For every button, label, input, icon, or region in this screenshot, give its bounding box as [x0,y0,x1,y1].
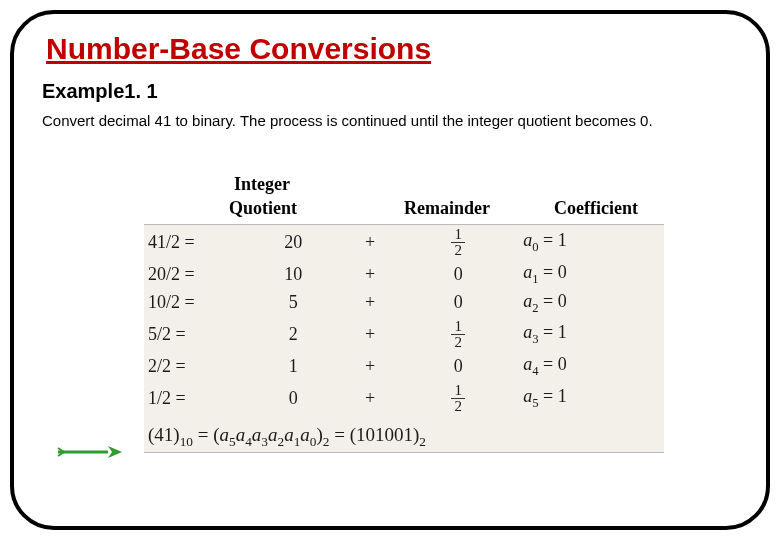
conversion-table: 41/2 =20+12a0 = 120/2 =10+0a1 = 010/2 =5… [144,224,664,453]
remainder-value: 0 [397,352,519,381]
quotient-value: 20 [243,225,342,260]
coefficient-value: a5 = 1 [519,381,664,416]
remainder-value: 12 [397,381,519,416]
header-integer: Integer [234,174,290,195]
header-remainder: Remainder [404,198,490,219]
coefficient-value: a2 = 0 [519,289,664,318]
plus-sign: + [343,317,397,352]
result-row: (41)10 = (a5a4a3a2a1a0)2 = (101001)2 [144,416,664,452]
table-row: 10/2 =5+0a2 = 0 [144,289,664,318]
remainder-value: 0 [397,289,519,318]
division-expression: 2/2 = [144,352,243,381]
plus-sign: + [343,352,397,381]
coefficient-value: a1 = 0 [519,260,664,289]
division-expression: 41/2 = [144,225,243,260]
result-equation: (41)10 = (a5a4a3a2a1a0)2 = (101001)2 [144,416,664,452]
division-expression: 10/2 = [144,289,243,318]
quotient-value: 10 [243,260,342,289]
division-expression: 5/2 = [144,317,243,352]
quotient-value: 0 [243,381,342,416]
quotient-value: 1 [243,352,342,381]
division-expression: 20/2 = [144,260,243,289]
coefficient-value: a4 = 0 [519,352,664,381]
table-row: 5/2 =2+12a3 = 1 [144,317,664,352]
coefficient-value: a3 = 1 [519,317,664,352]
example-label: Example1. 1 [42,80,738,103]
plus-sign: + [343,381,397,416]
table-row: 2/2 =1+0a4 = 0 [144,352,664,381]
remainder-value: 12 [397,225,519,260]
slide-title: Number-Base Conversions [46,32,738,66]
table-row: 1/2 =0+12a5 = 1 [144,381,664,416]
division-expression: 1/2 = [144,381,243,416]
problem-statement: Convert decimal 41 to binary. The proces… [42,111,738,131]
table-row: 20/2 =10+0a1 = 0 [144,260,664,289]
plus-sign: + [343,260,397,289]
header-quotient: Quotient [229,198,297,219]
quotient-value: 5 [243,289,342,318]
header-coefficient: Coefficient [554,198,638,219]
slide-frame: Number-Base Conversions Example1. 1 Conv… [10,10,770,530]
remainder-value: 12 [397,317,519,352]
coefficient-value: a0 = 1 [519,225,664,260]
quotient-value: 2 [243,317,342,352]
remainder-value: 0 [397,260,519,289]
result-arrow-icon [54,442,124,466]
svg-marker-1 [108,446,122,458]
table-row: 41/2 =20+12a0 = 1 [144,225,664,260]
plus-sign: + [343,289,397,318]
plus-sign: + [343,225,397,260]
